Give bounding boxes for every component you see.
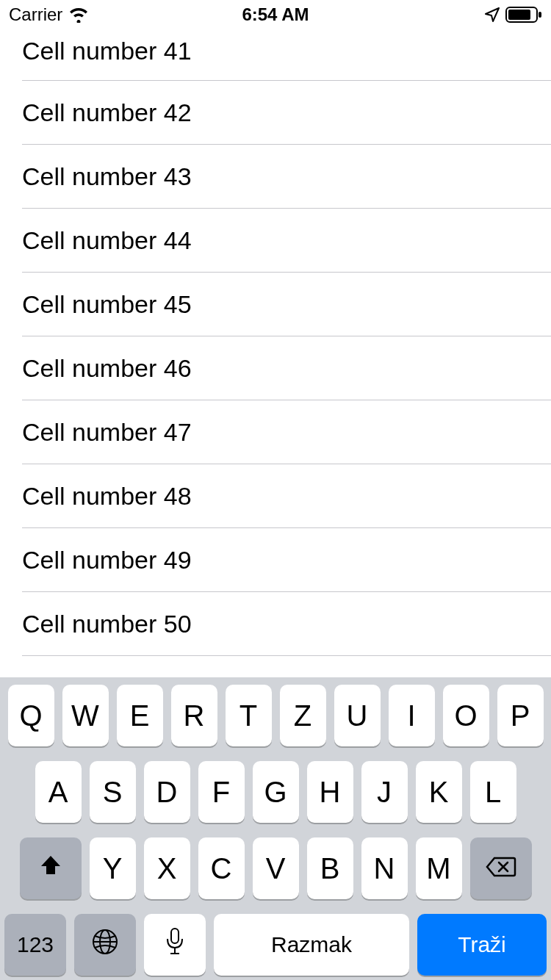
key-n[interactable]: N [361,837,408,899]
cell-label: Cell number 50 [22,610,192,638]
wifi-icon [68,7,89,23]
cell-label: Cell number 49 [22,546,192,574]
key-a[interactable]: A [35,761,82,823]
battery-icon [505,6,542,24]
key-g[interactable]: G [253,761,299,823]
keyboard-row-4: 123 Razmak Traži [4,914,547,976]
key-c[interactable]: C [198,837,245,899]
carrier-label: Carrier [9,4,62,25]
key-e[interactable]: E [117,685,163,746]
key-b[interactable]: B [307,837,353,899]
table-row[interactable]: Cell number 50 [22,592,551,656]
cell-label: Cell number 47 [22,418,192,447]
table-row[interactable]: Cell number 42 [22,81,551,145]
mic-key[interactable] [144,914,206,976]
cell-label: Cell number 43 [22,162,192,191]
globe-icon [90,927,120,963]
cell-label: Cell number 44 [22,226,192,255]
key-w[interactable]: W [62,685,109,746]
key-v[interactable]: V [253,837,299,899]
key-i[interactable]: I [389,685,435,746]
svg-rect-6 [171,929,179,943]
table-row[interactable]: Cell number 45 [22,273,551,336]
space-key[interactable]: Razmak [214,914,409,976]
key-o[interactable]: O [443,685,489,746]
cell-label: Cell number 48 [22,482,192,511]
keyboard: Q W E R T Z U I O P A S D F G H J K L Y … [0,677,551,980]
key-y[interactable]: Y [90,837,136,899]
key-k[interactable]: K [416,761,462,823]
table-row[interactable]: Cell number 46 [22,336,551,400]
key-r[interactable]: R [171,685,217,746]
table-row[interactable]: Cell number 41 [22,29,551,81]
key-m[interactable]: M [416,837,462,899]
key-u[interactable]: U [334,685,381,746]
table-row[interactable]: Cell number 43 [22,145,551,209]
table-row[interactable]: Cell number 44 [22,209,551,273]
cell-label: Cell number 42 [22,98,192,127]
key-f[interactable]: F [198,761,245,823]
table-row[interactable]: Cell number 49 [22,528,551,592]
numbers-key[interactable]: 123 [4,914,66,976]
shift-icon [37,852,64,885]
cell-label: Cell number 45 [22,290,192,319]
key-z[interactable]: Z [280,685,326,746]
key-p[interactable]: P [497,685,544,746]
key-q[interactable]: Q [8,685,54,746]
return-key[interactable]: Traži [417,914,547,976]
status-right [483,6,542,24]
svg-rect-2 [539,12,541,18]
globe-key[interactable] [74,914,136,976]
cell-label: Cell number 41 [22,37,192,65]
keyboard-row-3: Y X C V B N M [4,837,547,899]
status-bar: Carrier 6:54 AM [0,0,551,29]
keyboard-row-1: Q W E R T Z U I O P [4,685,547,746]
status-left: Carrier [9,4,89,25]
key-s[interactable]: S [90,761,136,823]
key-j[interactable]: J [361,761,408,823]
keyboard-row-2: A S D F G H J K L [4,761,547,823]
table-view[interactable]: Cell number 41 Cell number 42 Cell numbe… [0,29,551,656]
key-x[interactable]: X [144,837,190,899]
backspace-icon [486,852,516,885]
table-row[interactable]: Cell number 48 [22,464,551,528]
svg-rect-1 [508,10,530,20]
key-d[interactable]: D [144,761,190,823]
mic-icon [165,927,185,963]
shift-key[interactable] [20,837,82,899]
key-l[interactable]: L [470,761,516,823]
location-icon [483,6,501,24]
key-h[interactable]: H [307,761,353,823]
cell-label: Cell number 46 [22,354,192,383]
table-row[interactable]: Cell number 47 [22,400,551,464]
key-t[interactable]: T [226,685,272,746]
status-time: 6:54 AM [242,4,309,25]
backspace-key[interactable] [470,837,532,899]
